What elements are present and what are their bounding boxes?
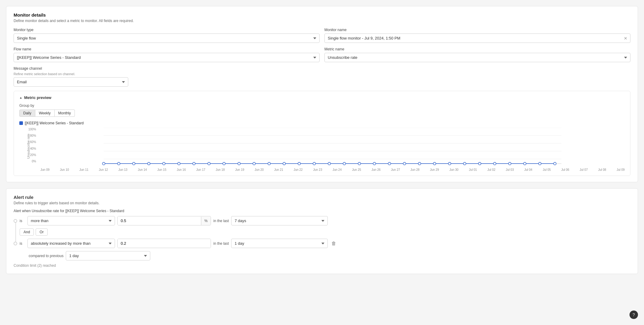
x-label-jun10: Jun 10 [60,168,69,171]
svg-point-19 [298,162,301,165]
x-label-jun30: Jun 30 [449,168,458,171]
x-label-jul08: Jul 08 [598,168,606,171]
x-label-jun16: Jun 16 [177,168,186,171]
x-label-jun28: Jun 28 [410,168,419,171]
svg-point-6 [102,162,105,165]
x-label-jul01: Jul 01 [469,168,477,171]
svg-point-32 [493,162,496,165]
condition-2-operator-select[interactable]: more than less than absolutely increased… [27,239,115,248]
condition-2-operator-wrapper: more than less than absolutely increased… [27,239,115,248]
x-label-jun23: Jun 23 [313,168,322,171]
x-axis-labels: Jun 09 Jun 10 Jun 11 Jun 12 Jun 13 Jun 1… [40,167,625,171]
svg-point-22 [343,162,346,165]
x-label-jun09: Jun 09 [40,168,49,171]
condition-1-period-select[interactable]: 1 day 7 days 14 days 30 days [231,216,328,225]
y-label-0: 0% [28,160,36,163]
svg-point-35 [539,162,541,165]
condition-2-is-label: is [20,241,25,246]
flow-name-group: Flow name [[KEEP]] Welcome Series - Stan… [14,47,320,62]
svg-point-9 [148,162,150,165]
x-label-jun24: Jun 24 [333,168,342,171]
group-by-monthly-btn[interactable]: Monthly [55,110,75,117]
svg-point-21 [328,162,331,165]
group-by-label: Group by [19,104,625,108]
svg-point-28 [433,162,436,165]
condition-2-delete-btn[interactable]: 🗑 [330,240,337,247]
condition-2-period-select[interactable]: 1 day 7 days 14 days 30 days [231,239,328,248]
chart-legend: [[KEEP]] Welcome Series - Standard [19,121,625,125]
condition-2-period-wrapper: 1 day 7 days 14 days 30 days [231,239,328,248]
svg-point-26 [403,162,406,165]
svg-point-16 [253,162,256,165]
monitor-type-group: Monitor type Single flow Multi flow [14,28,320,43]
monitor-type-select[interactable]: Single flow Multi flow [14,33,320,43]
svg-point-24 [373,162,376,165]
condition-2-value-input[interactable] [118,239,211,248]
or-button[interactable]: Or [36,228,47,236]
monitor-details-subtitle: Define monitor details and select a metr… [14,19,630,23]
condition-1-row: is more than less than absolutely increa… [14,216,630,225]
x-label-jun17: Jun 17 [196,168,205,171]
condition-1-in-the-last-label: in the last [213,219,229,223]
svg-point-18 [283,162,285,165]
condition-1-dot [14,219,17,223]
condition-1-period-wrapper: 1 day 7 days 14 days 30 days [231,216,328,225]
message-channel-sublabel: Refine metric selection based on channel… [14,72,128,76]
x-label-jun22: Jun 22 [294,168,303,171]
alert-when-text: Alert when Unsubscribe rate for [[KEEP]]… [14,209,630,213]
x-label-jul07: Jul 07 [580,168,588,171]
conditions-wrapper: is more than less than absolutely increa… [14,216,630,260]
y-label-40: 40% [28,147,36,150]
svg-point-13 [208,162,210,165]
monitor-name-wrapper: ✕ [324,33,630,43]
message-channel-label: Message channel [14,66,128,71]
x-label-jun14: Jun 14 [138,168,147,171]
legend-label: [[KEEP]] Welcome Series - Standard [25,121,84,125]
svg-point-8 [132,162,135,165]
x-label-jun21: Jun 21 [274,168,283,171]
message-channel-select[interactable]: Email SMS Push [14,77,128,87]
y-label-60: 60% [28,140,36,144]
metric-name-label: Metric name [324,47,630,51]
clear-icon[interactable]: ✕ [624,36,627,41]
message-channel-group: Message channel Refine metric selection … [14,66,128,87]
condition-2-in-the-last-label: in the last [213,241,229,246]
svg-point-15 [238,162,241,165]
group-by-buttons: Daily Weekly Monthly [19,110,625,117]
x-label-jul04: Jul 04 [524,168,532,171]
svg-point-33 [509,162,511,165]
svg-point-11 [178,162,180,165]
condition-2-value-wrapper [117,239,211,248]
flow-name-select[interactable]: [[KEEP]] Welcome Series - Standard [14,53,320,62]
group-by-weekly-btn[interactable]: Weekly [35,110,55,117]
svg-point-17 [268,162,271,165]
chart-area: Unsubscribe rate 100% 80% 60% 40% 20% 0% [19,128,625,171]
x-label-jul03: Jul 03 [506,168,514,171]
and-button[interactable]: And [20,228,34,236]
metric-name-group: Metric name Unsubscribe rate [324,47,630,62]
x-label-jun11: Jun 11 [79,168,88,171]
y-label-100: 100% [28,128,36,131]
condition-1-is-label: is [20,219,25,223]
condition-1-operator-select[interactable]: more than less than absolutely increased… [27,216,115,225]
svg-point-23 [358,162,361,165]
help-button[interactable]: ? [630,311,638,319]
x-label-jun25: Jun 25 [352,168,361,171]
x-label-jun26: Jun 26 [371,168,381,171]
compared-to-previous-row: compared to previous 1 day 7 days 14 day… [14,251,630,260]
x-label-jul06: Jul 06 [561,168,569,171]
chevron-up-icon: ▲ [19,96,22,99]
compared-to-select[interactable]: 1 day 7 days 14 days 30 days [66,251,150,260]
svg-point-36 [553,162,556,165]
metric-name-select[interactable]: Unsubscribe rate [324,53,630,62]
metric-preview-header[interactable]: ▲ Metric preview [19,95,625,100]
monitor-name-group: Monitor name ✕ [324,28,630,43]
and-or-row: And Or [14,228,630,236]
condition-1-value-input[interactable] [118,216,201,225]
monitor-name-input[interactable] [324,33,630,43]
x-label-jun13: Jun 13 [118,168,127,171]
group-by-daily-btn[interactable]: Daily [19,110,35,117]
svg-point-7 [117,162,120,165]
svg-point-29 [448,162,451,165]
svg-point-12 [193,162,195,165]
